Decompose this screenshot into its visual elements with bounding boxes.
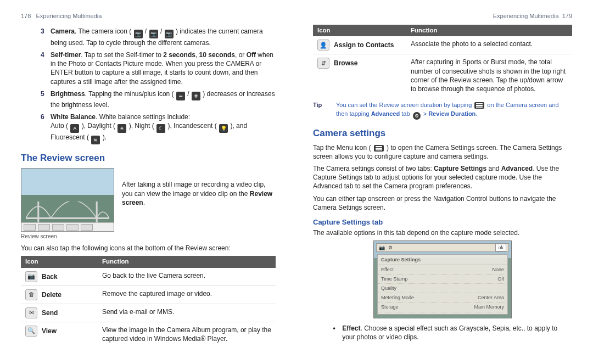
minus-icon [176, 92, 185, 100]
settings-row: StorageMain Memory [378, 303, 507, 312]
row-function: View the image in the Camera Album progr… [98, 322, 276, 346]
th-icon: Icon [313, 25, 406, 37]
panel-title: Capture Settings [378, 255, 507, 265]
right-icon-table: Icon Function 👤Assign to ContactsAssocia… [313, 25, 572, 97]
camera-icon: 📷 [165, 30, 174, 38]
table-row: 🗑DeleteRemove the captured image or vide… [21, 285, 276, 304]
fluorescent-icon: ≋ [91, 136, 100, 144]
table-row: 🔍ViewView the image in the Camera Album … [21, 322, 276, 346]
list-item-3: 3 Camera. The camera icon ( 📷 / 📷 / 📷 ) … [41, 27, 276, 47]
page-number-left: 178 [21, 13, 31, 19]
table-row: 👤Assign to ContactsAssociate the photo t… [313, 36, 572, 54]
table-row: ✉SendSend via e-mail or MMS. [21, 304, 276, 322]
review-paragraph: After taking a still image or recording … [122, 168, 276, 207]
row-function: After capturing in Sports or Burst mode,… [406, 54, 572, 97]
back-icon: 📷 [25, 271, 37, 282]
row-function: Associate the photo to a selected contac… [406, 36, 572, 54]
left-icon-table: Icon Function 📷BackGo back to the live C… [21, 256, 276, 346]
list-item-6: 6 White Balance. White balance settings … [41, 113, 276, 144]
bullet-dot: • [332, 324, 337, 341]
running-head-left: 178 Experiencing Multimedia [21, 12, 276, 20]
settings-row: Quality [378, 284, 507, 293]
incandescent-icon: 💡 [219, 124, 228, 133]
capture-settings-tab-para: The available options in this tab depend… [313, 228, 572, 237]
row-label: Browse [334, 59, 357, 68]
camera-settings-para3: You can either tap onscreen or press the… [313, 194, 572, 212]
tip-row: Tip You can set the Review screen durati… [313, 101, 572, 120]
browse-icon: ⇵ [317, 58, 329, 69]
effect-bullet: • Effect. Choose a special effect such a… [313, 324, 572, 341]
row-function: Remove the captured image or video. [98, 285, 276, 304]
row-label: Delete [42, 290, 61, 299]
plus-icon [192, 92, 200, 100]
table-row: 📷BackGo back to the live Camera screen. [21, 268, 276, 286]
delete-icon: 🗑 [25, 289, 37, 300]
page-number-right: 179 [562, 13, 572, 19]
settings-row: EffectNone [378, 265, 507, 275]
row-label: Assign to Contacts [334, 41, 394, 49]
th-icon: Icon [21, 256, 98, 268]
row-function: Go back to the live Camera screen. [98, 268, 276, 286]
view-icon: 🔍 [25, 326, 37, 337]
send-icon: ✉ [25, 307, 37, 318]
gear-icon: ⚙ [388, 244, 393, 251]
camera-settings-heading: Camera settings [313, 127, 572, 140]
screenshot-panel: Capture Settings EffectNoneTime StampOff… [377, 254, 508, 315]
daylight-icon: ☀ [118, 124, 126, 133]
capture-settings-screenshot: 📷 ⚙ ok Capture Settings EffectNoneTime S… [373, 240, 512, 318]
camera-settings-para2: The Camera settings consist of two tabs:… [313, 164, 572, 191]
review-follow-para: You can also tap the following icons at … [21, 244, 276, 253]
row-label: Back [42, 272, 58, 281]
th-function: Function [98, 256, 276, 268]
tip-body: You can set the Review screen duration b… [336, 101, 572, 120]
toolbar-icon [81, 224, 93, 231]
assign-to-contacts-icon: 👤 [317, 40, 329, 51]
table-row: ⇵BrowseAfter capturing in Sports or Burs… [313, 54, 572, 97]
review-thumb-toolbar [21, 222, 114, 231]
left-page: 178 Experiencing Multimedia 3 Camera. Th… [0, 0, 296, 364]
settings-row: Time StampOff [378, 275, 507, 284]
toolbar-icon [66, 224, 79, 231]
list-item-5: 5 Brightness. Tapping the minus/plus ico… [41, 89, 276, 109]
toolbar-icon [52, 224, 64, 231]
capture-settings-tab-heading: Capture Settings tab [313, 217, 572, 227]
chapter-title-right: Experiencing Multimedia [493, 13, 559, 19]
night-icon: ☾ [156, 124, 165, 133]
row-label: Send [42, 309, 58, 317]
list-item-4: 4 Self-timer. Tap to set the Self-timer … [41, 51, 276, 86]
gear-icon: ⚙ [413, 112, 421, 120]
ok-button: ok [495, 244, 506, 251]
review-screen-heading: The Review screen [21, 152, 276, 165]
tip-label: Tip [313, 101, 328, 120]
toolbar-icon [24, 224, 36, 231]
screenshot-topbar: 📷 ⚙ ok [376, 243, 509, 252]
camera-icon: 📷 [149, 30, 158, 38]
auto-wb-icon: A [70, 124, 79, 133]
camera-icon: 📷 [134, 30, 143, 38]
th-function: Function [406, 25, 572, 37]
settings-row: Metering ModeCenter Area [378, 293, 507, 303]
review-row: Review screen After taking a still image… [21, 168, 276, 240]
toolbar-icon [38, 224, 50, 231]
menu-icon [374, 145, 384, 152]
running-head-right: Experiencing Multimedia 179 [313, 12, 572, 20]
review-screenshot [21, 168, 114, 232]
camera-icon: 📷 [379, 244, 385, 251]
menu-icon [474, 102, 484, 109]
camera-settings-para1: Tap the Menu icon ( ) to open the Camera… [313, 143, 572, 161]
row-function: Send via e-mail or MMS. [98, 304, 276, 322]
row-label: View [42, 327, 57, 335]
right-page: Experiencing Multimedia 179 Icon Functio… [296, 0, 593, 364]
chapter-title-left: Experiencing Multimedia [36, 13, 102, 19]
